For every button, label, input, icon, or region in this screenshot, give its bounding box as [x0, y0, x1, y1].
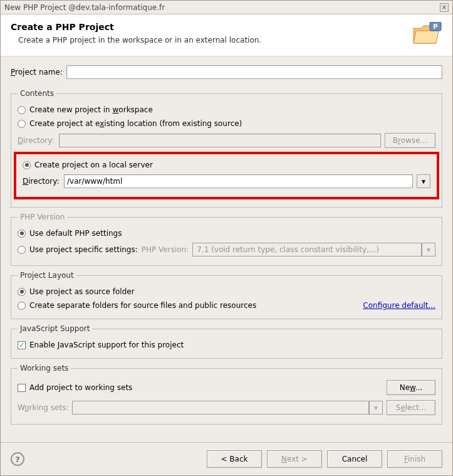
- directory-input-2[interactable]: [64, 174, 413, 188]
- chevron-down-icon: ▼: [422, 243, 435, 257]
- radio-icon: [18, 106, 26, 114]
- wizard-header: Create a PHP Project Create a PHP projec…: [1, 14, 452, 56]
- svg-text:P: P: [433, 23, 437, 30]
- wizard-footer: ? < Back Next >Next > Cancel FinishFinis…: [1, 442, 452, 475]
- select-working-set-button: Select...Select...: [387, 400, 435, 415]
- php-project-icon: P: [412, 22, 442, 47]
- help-icon[interactable]: ?: [11, 452, 24, 466]
- javascript-support-group: JavaScript Support ✓ Enable JavaScript s…: [11, 324, 442, 359]
- contents-legend: Contents: [18, 89, 56, 98]
- wizard-window: New PHP Project @dev.tala-informatique.f…: [0, 0, 453, 476]
- enable-js-checkbox[interactable]: ✓ Enable JavaScript support for this pro…: [18, 338, 435, 352]
- directory-label-2: Directory:: [23, 177, 60, 186]
- javascript-support-legend: JavaScript Support: [18, 324, 92, 333]
- window-title: New PHP Project @dev.tala-informatique.f…: [4, 3, 165, 12]
- radio-specific-php[interactable]: Use project specific settings: PHP Versi…: [18, 240, 435, 259]
- configure-default-link[interactable]: Configure default...: [363, 301, 435, 310]
- working-sets-legend: Working sets: [18, 364, 71, 373]
- browse-button: Browse...Browse...: [385, 133, 435, 148]
- checkbox-icon: [18, 384, 26, 392]
- highlight-box: Create project on a local server Directo…: [14, 152, 439, 199]
- window-close-button[interactable]: ×: [440, 3, 449, 12]
- cancel-button[interactable]: Cancel: [327, 450, 382, 468]
- radio-icon: [18, 120, 26, 128]
- php-version-combo: 7.1 (void return type, class constant vi…: [192, 243, 435, 257]
- radio-local-server[interactable]: Create project on a local server: [23, 158, 430, 172]
- radio-icon: [18, 246, 26, 254]
- radio-default-php[interactable]: Use default PHP settings: [18, 226, 435, 240]
- radio-icon: [23, 161, 31, 169]
- project-name-label: PProject name:roject name:: [11, 68, 63, 77]
- directory-label-1: Directory:: [18, 136, 55, 145]
- radio-source-folder[interactable]: Use project as source folder: [18, 285, 435, 299]
- chevron-down-icon: ▼: [369, 401, 383, 415]
- directory-input-1: [59, 134, 381, 147]
- titlebar: New PHP Project @dev.tala-informatique.f…: [1, 1, 452, 14]
- working-sets-label: Working sets:: [18, 403, 68, 412]
- radio-icon: [18, 302, 26, 310]
- add-to-working-sets-checkbox[interactable]: Add project to working sets: [18, 383, 132, 392]
- directory-dropdown[interactable]: ▼: [417, 174, 430, 188]
- project-layout-legend: Project Layout: [18, 271, 76, 280]
- radio-existing-location[interactable]: Create project at existing location (fro…: [18, 117, 435, 130]
- contents-group: Contents Create new project in workspace…: [11, 89, 442, 208]
- checkbox-icon: ✓: [18, 341, 26, 349]
- project-name-input[interactable]: [66, 65, 442, 79]
- radio-separate-folders[interactable]: Create separate folders for source files…: [18, 299, 256, 312]
- php-version-combo-label: PHP Version:: [142, 245, 189, 254]
- php-version-legend: PHP Version: [18, 213, 67, 221]
- radio-icon: [18, 288, 26, 296]
- project-layout-group: Project Layout Use project as source fol…: [11, 271, 442, 319]
- radio-icon: [18, 230, 26, 238]
- next-button: Next >Next >: [267, 450, 322, 468]
- wizard-title: Create a PHP Project: [11, 22, 261, 32]
- php-version-group: PHP Version Use default PHP settings Use…: [11, 213, 442, 266]
- radio-workspace[interactable]: Create new project in workspace Create n…: [18, 103, 435, 117]
- working-sets-combo: ▼: [72, 401, 383, 415]
- back-button[interactable]: < Back: [207, 450, 262, 468]
- new-working-set-button[interactable]: New...New...: [387, 380, 435, 395]
- finish-button: FinishFinish: [387, 450, 442, 468]
- working-sets-group: Working sets Add project to working sets…: [11, 364, 442, 425]
- wizard-subtitle: Create a PHP project in the workspace or…: [18, 36, 261, 45]
